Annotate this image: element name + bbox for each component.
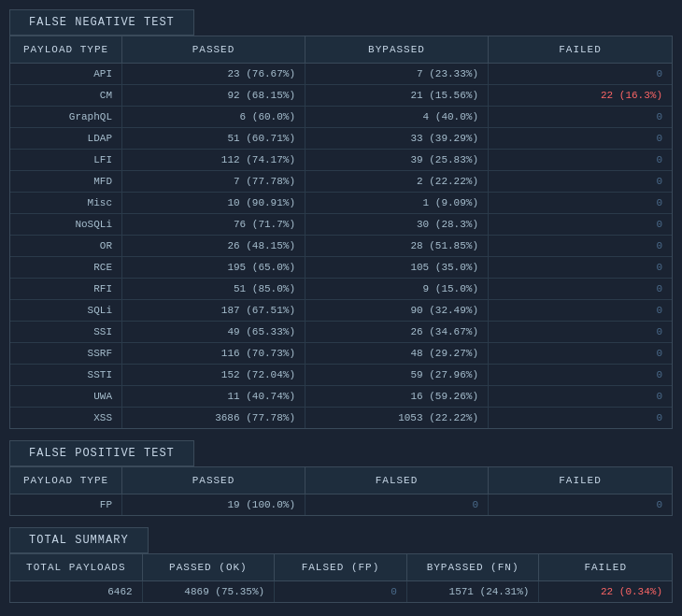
fn-header-row: PAYLOAD TYPE PASSED BYPASSED FAILED xyxy=(10,36,672,64)
fn-cell-type: OR xyxy=(10,236,122,256)
fn-cell-failed: 0 xyxy=(489,386,672,407)
ts-col-passed: PASSED (OK) xyxy=(143,554,276,580)
fn-cell-failed: 0 xyxy=(489,408,672,428)
fn-cell-passed: 116 (70.73%) xyxy=(122,343,305,364)
fn-cell-type: NoSQLi xyxy=(10,214,122,235)
table-row: SSRF 116 (70.73%) 48 (29.27%) 0 xyxy=(10,343,672,365)
fp-col-passed: PASSED xyxy=(122,467,305,494)
table-row: UWA 11 (40.74%) 16 (59.26%) 0 xyxy=(10,386,672,408)
table-row: SQLi 187 (67.51%) 90 (32.49%) 0 xyxy=(10,300,672,322)
fn-cell-type: SSTI xyxy=(10,365,122,385)
fn-cell-failed: 0 xyxy=(489,300,672,321)
ts-cell-passed: 4869 (75.35%) xyxy=(143,581,276,602)
fn-cell-type: GraphQL xyxy=(10,107,122,127)
table-row: Misc 10 (90.91%) 1 (9.09%) 0 xyxy=(10,193,672,214)
fn-cell-failed: 0 xyxy=(489,257,672,278)
table-row: RCE 195 (65.0%) 105 (35.0%) 0 xyxy=(10,257,672,279)
fp-col-type: PAYLOAD TYPE xyxy=(10,467,122,494)
fn-cell-bypassed: 21 (15.56%) xyxy=(305,85,489,106)
fn-col-bypassed: BYPASSED xyxy=(305,36,489,63)
fn-cell-passed: 7 (77.78%) xyxy=(122,171,305,192)
table-row: SSTI 152 (72.04%) 59 (27.96%) 0 xyxy=(10,365,672,386)
false-positive-table: PAYLOAD TYPE PASSED FALSED FAILED FP 19 … xyxy=(9,466,673,516)
fn-cell-passed: 3686 (77.78%) xyxy=(122,408,305,428)
fp-cell-falsed: 0 xyxy=(305,494,489,515)
table-row: RFI 51 (85.0%) 9 (15.0%) 0 xyxy=(10,279,672,300)
fn-cell-passed: 49 (65.33%) xyxy=(122,322,305,342)
fn-cell-type: MFD xyxy=(10,171,122,192)
fn-cell-bypassed: 105 (35.0%) xyxy=(305,257,489,278)
false-positive-section: FALSE POSITIVE TEST PAYLOAD TYPE PASSED … xyxy=(9,440,673,516)
fn-cell-failed: 0 xyxy=(489,322,672,342)
fn-cell-passed: 26 (48.15%) xyxy=(122,236,305,256)
fn-cell-passed: 195 (65.0%) xyxy=(122,257,305,278)
fn-cell-type: LFI xyxy=(10,150,122,170)
fp-cell-failed: 0 xyxy=(489,494,672,515)
fn-col-passed: PASSED xyxy=(122,36,305,63)
fn-cell-failed: 0 xyxy=(489,214,672,235)
fn-cell-bypassed: 28 (51.85%) xyxy=(305,236,489,256)
fn-cell-passed: 51 (60.71%) xyxy=(122,128,305,149)
table-row: NoSQLi 76 (71.7%) 30 (28.3%) 0 xyxy=(10,214,672,236)
fn-cell-type: SSI xyxy=(10,322,122,342)
fp-col-falsed: FALSED xyxy=(305,467,489,494)
fp-col-failed: FAILED xyxy=(489,467,672,494)
fp-cell-passed: 19 (100.0%) xyxy=(122,494,305,515)
table-row: API 23 (76.67%) 7 (23.33%) 0 xyxy=(10,64,672,85)
table-row: LFI 112 (74.17%) 39 (25.83%) 0 xyxy=(10,150,672,171)
table-row: XSS 3686 (77.78%) 1053 (22.22%) 0 xyxy=(10,408,672,428)
fn-cell-bypassed: 7 (23.33%) xyxy=(305,64,489,84)
table-row: GraphQL 6 (60.0%) 4 (40.0%) 0 xyxy=(10,107,672,128)
table-row: CM 92 (68.15%) 21 (15.56%) 22 (16.3%) xyxy=(10,85,672,107)
fn-cell-passed: 152 (72.04%) xyxy=(122,365,305,385)
fp-cell-type: FP xyxy=(10,494,122,515)
false-negative-table: PAYLOAD TYPE PASSED BYPASSED FAILED API … xyxy=(9,36,673,429)
ts-header-row: TOTAL PAYLOADS PASSED (OK) FALSED (FP) B… xyxy=(10,554,672,581)
table-row: LDAP 51 (60.71%) 33 (39.29%) 0 xyxy=(10,128,672,150)
fn-cell-bypassed: 59 (27.96%) xyxy=(305,365,489,385)
fn-cell-failed: 0 xyxy=(489,236,672,256)
fn-cell-passed: 11 (40.74%) xyxy=(122,386,305,407)
ts-col-bypassed: BYPASSED (FN) xyxy=(407,554,540,580)
ts-cell-falsed: 0 xyxy=(275,581,407,602)
fn-cell-passed: 51 (85.0%) xyxy=(122,279,305,299)
fn-cell-bypassed: 9 (15.0%) xyxy=(305,279,489,299)
table-row: SSI 49 (65.33%) 26 (34.67%) 0 xyxy=(10,322,672,343)
fn-cell-passed: 112 (74.17%) xyxy=(122,150,305,170)
table-row: OR 26 (48.15%) 28 (51.85%) 0 xyxy=(10,236,672,257)
table-row: FP 19 (100.0%) 0 0 xyxy=(10,494,672,515)
fn-cell-bypassed: 30 (28.3%) xyxy=(305,214,489,235)
total-summary-title: TOTAL SUMMARY xyxy=(9,527,149,553)
table-row: 6462 4869 (75.35%) 0 1571 (24.31%) 22 (0… xyxy=(10,581,672,602)
fn-cell-bypassed: 2 (22.22%) xyxy=(305,171,489,192)
fn-cell-bypassed: 1 (9.09%) xyxy=(305,193,489,213)
fn-cell-failed: 0 xyxy=(489,64,672,84)
fn-cell-failed: 0 xyxy=(489,128,672,149)
fp-header-row: PAYLOAD TYPE PASSED FALSED FAILED xyxy=(10,467,672,494)
fn-cell-type: LDAP xyxy=(10,128,122,149)
fn-cell-bypassed: 39 (25.83%) xyxy=(305,150,489,170)
ts-cell-bypassed: 1571 (24.31%) xyxy=(407,581,540,602)
fn-data-rows: API 23 (76.67%) 7 (23.33%) 0 CM 92 (68.1… xyxy=(10,64,672,428)
fp-data-rows: FP 19 (100.0%) 0 0 xyxy=(10,494,672,515)
table-row: MFD 7 (77.78%) 2 (22.22%) 0 xyxy=(10,171,672,193)
fn-cell-failed: 0 xyxy=(489,107,672,127)
fn-cell-passed: 23 (76.67%) xyxy=(122,64,305,84)
fn-cell-passed: 6 (60.0%) xyxy=(122,107,305,127)
fn-cell-type: RFI xyxy=(10,279,122,299)
fn-cell-bypassed: 26 (34.67%) xyxy=(305,322,489,342)
fn-cell-type: UWA xyxy=(10,386,122,407)
false-negative-section: FALSE NEGATIVE TEST PAYLOAD TYPE PASSED … xyxy=(9,9,673,429)
fn-cell-bypassed: 90 (32.49%) xyxy=(305,300,489,321)
fn-cell-failed: 0 xyxy=(489,279,672,299)
fn-cell-passed: 10 (90.91%) xyxy=(122,193,305,213)
fn-cell-type: SQLi xyxy=(10,300,122,321)
fn-cell-type: Misc xyxy=(10,193,122,213)
fn-cell-type: SSRF xyxy=(10,343,122,364)
fn-cell-failed: 0 xyxy=(489,193,672,213)
false-positive-title: FALSE POSITIVE TEST xyxy=(9,440,194,466)
ts-data-rows: 6462 4869 (75.35%) 0 1571 (24.31%) 22 (0… xyxy=(10,581,672,602)
fn-cell-bypassed: 33 (39.29%) xyxy=(305,128,489,149)
fn-cell-type: API xyxy=(10,64,122,84)
fn-cell-bypassed: 1053 (22.22%) xyxy=(305,408,489,428)
